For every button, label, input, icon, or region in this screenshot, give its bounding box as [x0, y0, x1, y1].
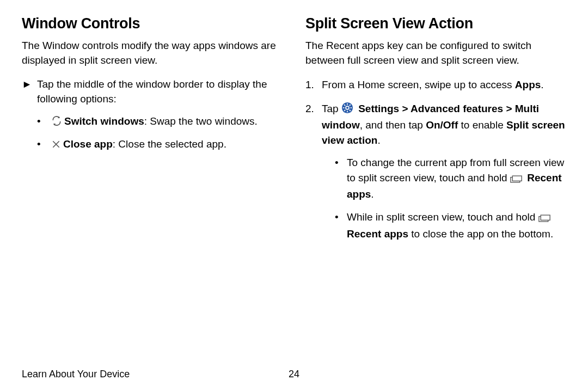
svg-rect-15	[541, 215, 550, 220]
sub2-a: While in split screen view, touch and ho…	[347, 211, 538, 223]
step2-adv-features: Advanced features	[411, 103, 503, 114]
step2-settings: Settings	[356, 103, 399, 114]
right-intro: The Recent apps key can be configured to…	[305, 39, 566, 68]
left-column: Window Controls The Window controls modi…	[22, 15, 283, 250]
sub2-c: to close the app on the bottom.	[408, 228, 553, 240]
step2-enable: to enable	[458, 119, 506, 131]
right-column: Split Screen View Action The Recent apps…	[305, 15, 566, 250]
footer-section: Learn About Your Device	[22, 369, 130, 379]
settings-gear-icon	[341, 102, 353, 118]
page-footer: Learn About Your Device 24	[22, 369, 566, 380]
sub2-recent: Recent apps	[347, 228, 408, 240]
step-1: From a Home screen, swipe up to access A…	[305, 77, 566, 93]
options-list: Switch windows: Swap the two windows. Cl…	[22, 114, 283, 154]
step2-dot: .	[377, 134, 380, 146]
two-column-layout: Window Controls The Window controls modi…	[22, 15, 566, 250]
instruction-row: ► Tap the middle of the window border to…	[22, 77, 283, 106]
chevron-icon: >	[503, 103, 515, 114]
right-heading: Split Screen View Action	[305, 15, 566, 32]
recent-apps-icon	[538, 211, 550, 226]
page-number: 24	[289, 369, 299, 380]
manual-page: Window Controls The Window controls modi…	[0, 0, 588, 392]
close-label: Close app	[63, 138, 113, 150]
list-item: To change the current app from full scre…	[334, 155, 566, 202]
sub1-c: .	[371, 188, 373, 200]
instruction-text: Tap the middle of the window border to d…	[37, 77, 283, 106]
step1-text-a: From a Home screen, swipe up to access	[322, 79, 515, 90]
switch-desc: : Swap the two windows.	[144, 115, 258, 127]
sub-list: To change the current app from full scre…	[322, 155, 566, 241]
left-intro: The Window controls modify the way apps …	[22, 39, 283, 68]
close-icon	[51, 138, 61, 154]
triangle-icon: ►	[22, 77, 37, 106]
switch-label: Switch windows	[64, 115, 144, 127]
close-desc: : Close the selected app.	[113, 138, 226, 150]
recent-apps-icon	[510, 172, 522, 187]
list-item: While in split screen view, touch and ho…	[334, 210, 566, 241]
chevron-icon: >	[399, 103, 411, 114]
switch-windows-icon	[51, 115, 62, 131]
step2-tap: Tap	[322, 103, 341, 114]
step2-onoff: On/Off	[426, 119, 458, 131]
svg-rect-13	[512, 176, 522, 181]
left-heading: Window Controls	[22, 15, 283, 32]
list-item: Close app: Close the selected app.	[35, 137, 283, 154]
steps-list: From a Home screen, swipe up to access A…	[305, 77, 566, 241]
step2-mid: , and then tap	[360, 119, 426, 131]
step1-text-c: .	[541, 79, 543, 90]
list-item: Switch windows: Swap the two windows.	[35, 114, 283, 131]
step-2: Tap Settings > Advanced features	[305, 101, 566, 241]
step1-apps: Apps	[515, 79, 541, 90]
